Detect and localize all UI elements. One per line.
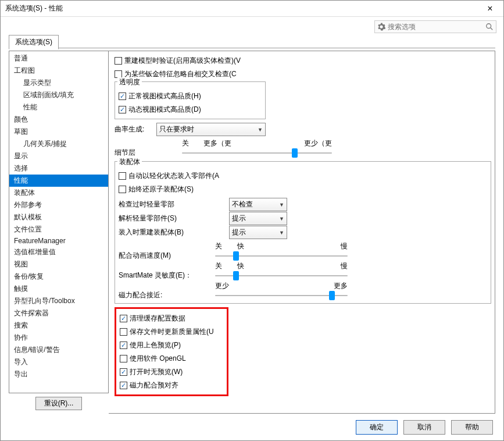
nav-item[interactable]: 文件位置 [9,223,108,236]
tab-header: 系统选项(S) [1,34,503,48]
chk-b6[interactable] [120,382,127,389]
lbl-b1: 清理缓存配置数据 [130,314,185,323]
nav-item[interactable]: 区域剖面线/填充 [9,89,108,101]
main-frame: 普通工程图显示类型区域剖面线/填充性能颜色草图几何关系/捕捉显示选择性能装配体外… [1,48,503,414]
tab-system-options[interactable]: 系统选项(S) [9,35,59,49]
sel-curvature[interactable]: 只在要求时▼ [156,123,266,136]
nav-item[interactable]: 视图 [9,258,108,271]
search-row [1,17,503,34]
sel-r2[interactable]: 提示▼ [229,212,287,225]
chevron-down-icon: ▼ [279,202,284,208]
chk-b5[interactable] [120,368,127,376]
title-bar: 系统选项(S) - 性能 × [1,1,503,17]
lbl-r2: 解析轻量零部件(S) [119,214,229,223]
close-icon[interactable]: × [481,3,499,14]
nav-list[interactable]: 普通工程图显示类型区域剖面线/填充性能颜色草图几何关系/捕捉显示选择性能装配体外… [9,51,109,393]
nav-item[interactable]: 选值框增量值 [9,246,108,258]
chevron-down-icon: ▼ [258,127,263,133]
nav-wrap: 普通工程图显示类型区域剖面线/填充性能颜色草图几何关系/捕捉显示选择性能装配体外… [9,51,109,414]
chk-normal-hq[interactable] [119,93,126,100]
slider-s3[interactable]: 更少更多 [212,281,351,300]
lbl-r1: 检查过时轻量零部 [119,200,229,209]
nav-item[interactable]: 显示 [9,150,108,162]
lbl-verify-rebuild: 重建模型时验证(启用高级实体检查)(V [124,56,241,66]
nav-item[interactable]: 工程图 [9,65,108,77]
search-icon [485,23,494,31]
chk-b3[interactable] [120,342,127,349]
fs-transparency-title: 透明度 [117,77,142,87]
sel-r3[interactable]: 提示▼ [229,226,287,239]
footer: 确定 取消 帮助 [356,420,493,435]
nav-item[interactable]: 默认模板 [9,211,108,223]
nav-item[interactable]: 文件探索器 [9,307,108,319]
reset-button[interactable]: 重设(R)... [35,397,83,410]
lbl-normal-hq: 正常视图模式高品质(H) [128,91,201,101]
nav-item[interactable]: 信息/错误/警告 [9,344,108,356]
gear-icon [377,23,385,31]
fs-assembly: 装配体 自动以轻化状态装入零部件(A 始终还原子装配体(S) 检查过时轻量零部不… [115,161,491,304]
slider-thumb[interactable] [233,271,239,280]
chk-b4[interactable] [120,355,127,362]
lbl-s1: 配合动画速度(M) [119,241,212,261]
search-input[interactable] [388,23,485,31]
lbl-b6: 磁力配合预对齐 [130,380,178,390]
lbl-b5: 打开时无预览(W) [130,367,183,377]
highlight-box: 清理缓存配置数据 保存文件时更新质量属性(U 使用上色预览(P) 使用软件 Op… [115,307,228,396]
svg-point-0 [487,24,491,29]
nav-item[interactable]: 装配体 [9,187,108,199]
nav-item[interactable]: 导入 [9,356,108,368]
nav-item[interactable]: 草图 [9,126,108,138]
lbl-r3: 装入时重建装配体(B) [119,227,229,237]
nav-item[interactable]: 协作 [9,332,108,344]
nav-item[interactable]: 异型孔向导/Toolbox [9,295,108,307]
lbl-s3: 磁力配合接近: [119,281,212,300]
help-button[interactable]: 帮助 [451,420,493,435]
nav-item[interactable]: 导出 [9,368,108,380]
slider-thumb[interactable] [292,148,298,158]
ok-button[interactable]: 确定 [356,420,398,435]
lbl-b4: 使用软件 OpenGL [130,354,186,364]
nav-item[interactable]: 性能 [9,101,108,113]
cancel-button[interactable]: 取消 [403,420,445,435]
lbl-b2: 保存文件时更新质量属性(U [130,327,214,337]
sel-r1[interactable]: 不检查▼ [229,198,287,211]
fs-transparency: 透明度 正常视图模式高品质(H) 动态视图模式高品质(D) [115,81,266,119]
nav-item[interactable]: 几何关系/捕捉 [9,138,108,150]
lbl-always-resolve: 始终还原子装配体(S) [128,184,194,194]
lbl-light-load: 自动以轻化状态装入零部件(A [128,171,219,181]
slider-thumb[interactable] [329,291,335,300]
chk-verify-rebuild[interactable] [115,57,122,65]
lbl-s2: SmartMate 灵敏度(E)： [119,261,212,280]
slider-s2[interactable]: 关快慢 [212,261,351,280]
content-panel: 重建模型时验证(启用高级实体检查)(V 为某些钣金特征忽略自相交叉检查(C 透明… [109,51,495,414]
nav-item[interactable]: 选择 [9,162,108,175]
chk-b2[interactable] [120,328,127,336]
chevron-down-icon: ▼ [279,216,284,222]
window-title: 系统选项(S) - 性能 [5,3,481,13]
nav-item[interactable]: 普通 [9,52,108,65]
nav-item[interactable]: 外部参考 [9,199,108,211]
slider-s1[interactable]: 关快慢 [212,241,351,261]
lbl-curvature: 曲率生成: [115,125,156,134]
chk-b1[interactable] [120,315,127,322]
nav-item[interactable]: 触摸 [9,283,108,295]
slider-detail[interactable]: 关更多（更更少（更 [178,138,335,158]
chevron-down-icon: ▼ [279,230,284,236]
chk-ignore-self[interactable] [115,70,122,78]
nav-item[interactable]: FeatureManager [9,236,108,246]
lbl-dynamic-hq: 动态视图模式高品质(D) [128,105,201,115]
search-box[interactable] [374,20,496,33]
chk-dynamic-hq[interactable] [119,106,126,113]
lbl-detail: 细节层 [115,138,178,158]
nav-item[interactable]: 备份/恢复 [9,271,108,283]
nav-item[interactable]: 颜色 [9,113,108,126]
slider-thumb[interactable] [233,251,239,261]
lbl-b3: 使用上色预览(P) [130,340,181,350]
chk-light-load[interactable] [119,172,126,180]
chk-always-resolve[interactable] [119,186,126,193]
svg-line-1 [491,28,493,30]
nav-item[interactable]: 显示类型 [9,77,108,89]
nav-item[interactable]: 性能 [9,175,108,187]
fs-assembly-title: 装配体 [117,157,142,167]
nav-item[interactable]: 搜索 [9,319,108,332]
